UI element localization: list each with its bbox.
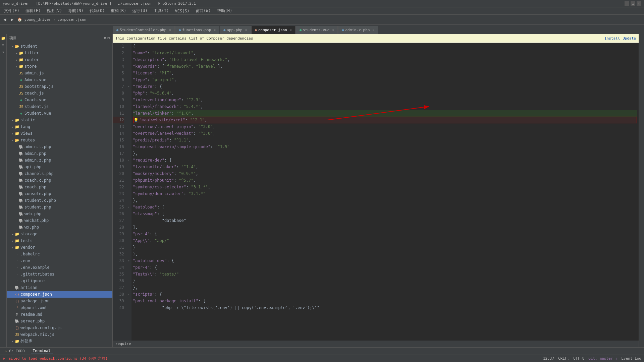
code-line-30[interactable]: "App\\": "app/" — [133, 237, 637, 244]
todo-tab[interactable]: ⚠ 6: TODO — [3, 348, 27, 354]
code-line-32[interactable]: }, — [133, 251, 637, 257]
fold-btn-18[interactable]: ▾ — [126, 157, 131, 164]
code-line-16[interactable]: "simplesoftwareio/simple-qrcode": "^1.5" — [133, 143, 637, 150]
tab-composer-json[interactable]: ● composer.json × — [251, 26, 296, 34]
code-line-24[interactable]: }, — [133, 197, 637, 204]
tab-close-icon[interactable]: × — [290, 28, 292, 32]
code-line-5[interactable]: "license": "MIT", — [133, 70, 637, 76]
tree-item-student-c-php[interactable]: 🐘student.c.php — [7, 197, 112, 204]
code-line-31[interactable]: } — [133, 244, 637, 251]
code-line-7[interactable]: "require": { — [133, 83, 637, 90]
tree-item-channels-php[interactable]: 🐘channels.php — [7, 170, 112, 177]
toolbar-back-button[interactable]: ◀ — [1, 17, 8, 22]
tab-app-php[interactable]: ● app.php × — [220, 26, 251, 34]
tree-item-admin-php[interactable]: 🐘admin.php — [7, 150, 112, 157]
event-log[interactable]: Event Log — [621, 356, 641, 361]
code-line-2[interactable]: "name": "laravel/laravel", — [133, 50, 637, 56]
code-line-28[interactable]: ], — [133, 224, 637, 231]
code-line-9[interactable]: "intervention/image": "^2.3", — [133, 97, 637, 103]
favorites-icon[interactable]: ★ — [1, 49, 6, 54]
tree-item-api-php[interactable]: 🐘api.php — [7, 164, 112, 170]
code-line-11[interactable]: "laravel/tinker": "^1.0", — [133, 110, 637, 117]
code-line-26[interactable]: "classmap": [ — [133, 210, 637, 217]
tab-close-icon[interactable]: × — [372, 28, 374, 32]
tab-admin-z.php[interactable]: ● admin.z.php × — [338, 26, 378, 34]
tree-item-routes[interactable]: ▾📂routes — [7, 137, 112, 143]
fold-btn-33[interactable]: ▾ — [126, 257, 131, 264]
tree-item-composer-json[interactable]: {}composer.json — [7, 291, 112, 298]
close-button[interactable]: × — [637, 1, 641, 6]
code-line-22[interactable]: "symfony/css-selector": "3.1.*", — [133, 184, 637, 190]
code-line-25[interactable]: "autoload": { — [133, 204, 637, 210]
tree-item-student-js[interactable]: JSstudent.js — [7, 103, 112, 110]
tree-item--babelrc[interactable]: ·.babelrc — [7, 251, 112, 257]
code-line-18[interactable]: "require-dev": { — [133, 157, 637, 164]
code-line-33[interactable]: "autoload-dev": { — [133, 257, 637, 264]
tree-item-webpack-mix-js[interactable]: JSwebpack.mix.js — [7, 331, 112, 338]
menu-item[interactable]: 窗口(W) — [193, 7, 214, 14]
code-line-1[interactable]: { — [133, 43, 637, 50]
tree-item--env-example[interactable]: ·.env.example — [7, 264, 112, 271]
install-link[interactable]: Install — [604, 36, 620, 41]
code-line-20[interactable]: "mockery/mockery": "0.9.*", — [133, 170, 637, 177]
code-line-15[interactable]: "predis/predis": "^1.1", — [133, 137, 637, 143]
tree-item-admin-z-php[interactable]: 🐘admin.z.php — [7, 157, 112, 164]
tree-item-coach-c-php[interactable]: 🐘coach.c.php — [7, 177, 112, 184]
tree-item-Coach-vue[interactable]: ◈Coach.vue — [7, 97, 112, 103]
tree-item-tests[interactable]: ▸📁tests — [7, 237, 112, 244]
code-line-14[interactable]: "overtrue/laravel-wechat": "^3.0", — [133, 130, 637, 137]
tree-item-外部库[interactable]: ▸📁外部库 — [7, 338, 112, 345]
tree-item-readme-md[interactable]: Mreadme.md — [7, 311, 112, 318]
tab-close-icon[interactable]: × — [245, 28, 247, 32]
terminal-tab[interactable]: Terminal — [31, 348, 53, 354]
code-line-39[interactable]: "post-root-package-install": [ — [133, 298, 637, 304]
code-line-10[interactable]: "laravel/framework": "5.4.*", — [133, 103, 637, 110]
code-line-36[interactable]: } — [133, 278, 637, 284]
tree-item-student[interactable]: ▾📂student — [7, 43, 112, 50]
menu-item[interactable]: 编辑(E) — [23, 7, 44, 14]
structure-icon[interactable]: ≡ — [1, 42, 6, 48]
project-collapse-icon[interactable]: ⊟ — [107, 36, 110, 40]
code-line-19[interactable]: "fzaninotto/faker": "^1.4", — [133, 164, 637, 170]
tree-item-static[interactable]: ▸📁static — [7, 117, 112, 123]
tree-item--gitignore[interactable]: ·.gitignore — [7, 278, 112, 284]
project-settings-icon[interactable]: ⚙ — [104, 36, 106, 40]
tree-item-web-php[interactable]: 🐘web.php — [7, 210, 112, 217]
code-line-3[interactable]: "description": "The Laravel Framework.", — [133, 56, 637, 63]
tree-item-vendor[interactable]: ▸📁vendor — [7, 244, 112, 251]
tab-StudentController-php[interactable]: ● StudentController.php × — [113, 26, 175, 34]
code-line-40[interactable]: "php -r \"file_exists('.env') || copy('.… — [133, 304, 637, 311]
tree-item-webpack-config-js[interactable]: {}webpack.config.js — [7, 324, 112, 331]
tab-close-icon[interactable]: × — [214, 28, 216, 32]
project-icon[interactable]: 📁 — [1, 36, 6, 41]
toolbar-forward-button[interactable]: ▶ — [9, 17, 15, 22]
code-line-12[interactable]: 💡 "maatwebsite/excel": "^2.1", — [133, 117, 637, 123]
tree-item-bootstrap-js[interactable]: JSbootstrap.js — [7, 83, 112, 90]
code-line-17[interactable]: }, — [133, 150, 637, 157]
code-line-35[interactable]: "Tests\\": "tests/" — [133, 271, 637, 278]
tree-item-router[interactable]: ▸📁router — [7, 56, 112, 63]
code-line-23[interactable]: "symfony/dom-crawler": "3.1.*" — [133, 190, 637, 197]
tree-item-admin-l-php[interactable]: 🐘admin.l.php — [7, 143, 112, 150]
minimize-button[interactable]: – — [625, 1, 629, 6]
tree-item-wechat-php[interactable]: 🐘wechat.php — [7, 217, 112, 224]
maximize-button[interactable]: □ — [631, 1, 635, 6]
code-line-34[interactable]: "psr-4": { — [133, 264, 637, 271]
code-line-37[interactable]: }, — [133, 284, 637, 291]
tree-item-student-php[interactable]: 🐘student.php — [7, 204, 112, 210]
tree-item-coach-js[interactable]: JScoach.js — [7, 90, 112, 97]
code-editor[interactable]: 1234567891011121314151617181920212223242… — [113, 43, 639, 341]
tree-item-filter[interactable]: ▸📁filter — [7, 50, 112, 56]
menu-item[interactable]: 代码(O) — [87, 7, 108, 14]
code-line-27[interactable]: "database" — [133, 217, 637, 224]
tree-item-Admin-vue[interactable]: ◈Admin.vue — [7, 76, 112, 83]
fold-btn-25[interactable]: ▾ — [126, 204, 131, 210]
update-link[interactable]: Update — [623, 36, 636, 41]
tree-item-lang[interactable]: ▸📁lang — [7, 123, 112, 130]
code-line-8[interactable]: "php": ">=5.6.4", — [133, 90, 637, 97]
code-line-4[interactable]: "keywords": ["framework", "laravel"], — [133, 63, 637, 70]
tab-close-icon[interactable]: × — [332, 28, 334, 32]
tree-item-package-json[interactable]: {}package.json — [7, 298, 112, 304]
tree-item-server-php[interactable]: 🐘server.php — [7, 318, 112, 324]
tree-item-console-php[interactable]: 🐘console.php — [7, 190, 112, 197]
